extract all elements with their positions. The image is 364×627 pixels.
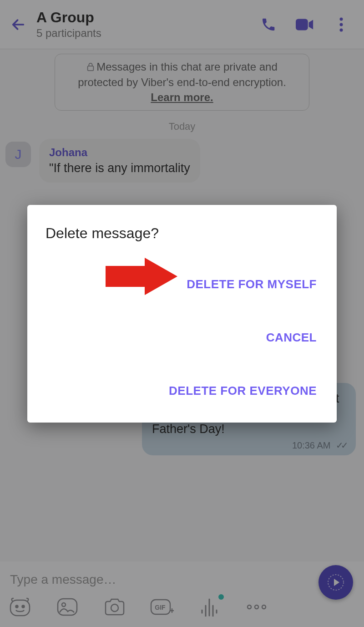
delete-dialog: Delete message? DELETE FOR MYSELF CANCEL… — [27, 205, 337, 423]
chat-screen: A Group 5 participants Messages in this … — [0, 0, 364, 627]
cancel-button[interactable]: CANCEL — [46, 322, 318, 353]
delete-for-everyone-button[interactable]: DELETE FOR EVERYONE — [46, 376, 318, 406]
delete-for-myself-button[interactable]: DELETE FOR MYSELF — [46, 269, 318, 300]
dialog-title: Delete message? — [46, 225, 318, 242]
